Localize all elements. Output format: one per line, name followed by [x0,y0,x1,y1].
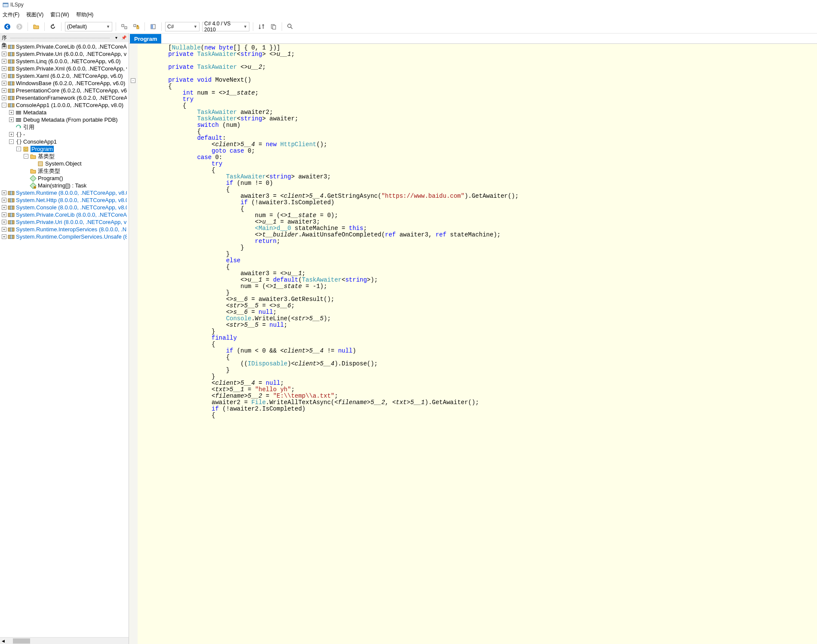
expand-toggle-icon[interactable]: + [9,110,14,115]
expand-toggle-icon[interactable]: + [9,132,14,137]
expand-toggle-icon[interactable]: + [2,198,6,202]
tree-row[interactable]: +System.Private.CoreLib (6.0.0.0, .NETCo… [0,43,129,50]
tree-row[interactable]: +System.Xaml (6.0.2.0, .NETCoreApp, v6.0… [0,72,129,80]
expand-toggle-icon[interactable]: + [2,66,6,71]
tree-row[interactable]: +Metadata [0,109,129,116]
tree-label: Main(string[]) : Task [38,182,86,189]
tree-row[interactable]: +{}- [0,131,129,138]
meth-icon [30,175,37,182]
tree-label: System.Linq (6.0.0.0, .NETCoreApp, v6.0) [16,58,121,64]
tree-row[interactable]: +System.Private.Uri (8.0.0.0, .NETCoreAp… [0,218,129,226]
code-viewer[interactable]: - [Nullable(new byte[] { 0, 1 })] privat… [129,44,817,644]
tree-row[interactable]: +System.Runtime.CompilerServices.Unsafe … [0,233,129,240]
language-combo[interactable]: C#▼ [165,22,200,31]
expand-toggle-icon[interactable]: - [2,103,6,107]
tree-row[interactable]: +Debug Metadata (From portable PDB) [0,116,129,123]
panel-dropdown-icon[interactable]: ▾ [113,35,119,41]
expand-toggle-icon[interactable]: + [2,95,6,100]
svg-rect-5 [125,27,127,29]
expand-toggle-icon[interactable]: - [9,139,14,144]
language-version-combo[interactable]: C# 4.0 / VS 2010▼ [202,22,249,31]
asm-icon [8,219,15,226]
expand-toggle-icon[interactable]: + [2,190,6,195]
sort-button[interactable] [120,22,129,31]
tree-row[interactable]: +System.Private.CoreLib (8.0.0.0, .NETCo… [0,211,129,218]
asm-icon [8,233,15,240]
tree-row[interactable]: Main(string[]) : Task [0,182,129,189]
tree-row[interactable]: +System.Private.Xml (6.0.0.0, .NETCoreAp… [0,65,129,72]
tree-label: Metadata [23,109,46,116]
assembly-list-combo[interactable]: (Default)▼ [65,22,112,31]
expand-toggle-icon[interactable]: + [2,205,6,210]
expand-toggle-icon[interactable]: + [2,59,6,64]
expand-toggle-icon[interactable]: + [9,117,14,122]
tree-label: PresentationCore (6.0.2.0, .NETCoreApp, … [16,87,127,94]
fold-toggle-icon[interactable]: - [131,78,135,83]
tree-row[interactable]: +System.Net.Http (8.0.0.0, .NETCoreApp, … [0,196,129,204]
svg-rect-6 [134,25,136,27]
tab-program[interactable]: Program [130,34,161,43]
svg-rect-41 [16,111,21,112]
asm-icon [8,190,15,196]
menu-view[interactable]: 视图(V) [26,11,43,18]
svg-rect-69 [12,221,14,224]
expand-toggle-icon[interactable]: + [2,81,6,86]
expand-toggle-icon[interactable]: + [2,88,6,93]
tree-row[interactable]: +System.Private.Uri (6.0.0.0, .NETCoreAp… [0,50,129,58]
svg-text:{}: {} [16,132,22,138]
expand-toggle-icon[interactable]: + [2,52,6,56]
tree-hscrollbar[interactable]: ◀ [0,637,129,644]
tree-row[interactable]: -ConsoleApp1 (1.0.0.0, .NETCoreApp, v8.0… [0,101,129,109]
expand-toggle-icon[interactable]: - [16,147,21,151]
search-button[interactable] [286,22,295,31]
code-text[interactable]: [Nullable(new byte[] { 0, 1 })] private … [138,44,817,644]
tree-row[interactable]: +PresentationCore (6.0.2.0, .NETCoreApp,… [0,87,129,94]
copy-button[interactable] [269,22,278,31]
expand-toggle-icon[interactable]: + [2,227,6,232]
tree-row[interactable]: System.Object [0,160,129,167]
tree-row[interactable]: +WindowsBase (6.0.2.0, .NETCoreApp, v6.0… [0,80,129,87]
tree-row[interactable]: +System.Console (8.0.0.0, .NETCoreApp, v… [0,204,129,211]
tree-row[interactable]: +PresentationFramework (6.0.2.0, .NETCor… [0,94,129,101]
tree-label: 派生类型 [38,167,60,175]
menu-file[interactable]: 文件(F) [3,11,19,18]
separator [161,22,162,31]
refresh-button[interactable] [48,22,58,31]
tree-row[interactable]: +System.Linq (6.0.0.0, .NETCoreApp, v6.0… [0,58,129,65]
separator [282,22,282,31]
meta-icon [15,109,22,116]
tree-row[interactable]: 派生类型 [0,167,129,175]
tree-label: WindowsBase (6.0.2.0, .NETCoreApp, v6.0) [16,80,125,86]
tree-row[interactable]: +System.Runtime (8.0.0.0, .NETCoreApp, v… [0,189,129,196]
svg-rect-1 [3,3,8,4]
tree-row[interactable]: 引用 [0,123,129,131]
expand-toggle-icon[interactable]: + [2,220,6,224]
expand-toggle-icon[interactable]: + [2,234,6,239]
tree-label: System.Console (8.0.0.0, .NETCoreApp, v8… [16,204,127,211]
tree-row[interactable]: -基类型 [0,153,129,160]
sort-tree-button[interactable] [257,22,266,31]
tree-label: System.Runtime.CompilerServices.Unsafe (… [16,233,127,240]
privacy-button[interactable] [132,22,141,31]
tree-row[interactable]: -{}ConsoleApp1 [0,138,129,145]
menu-window[interactable]: 窗口(W) [50,11,69,18]
svg-rect-46 [16,121,21,122]
tree-row[interactable]: +System.Runtime.InteropServices (8.0.0.0… [0,226,129,233]
tab-bar: Program [129,34,817,44]
open-button[interactable] [31,22,41,31]
forward-button[interactable] [15,22,24,31]
toggle-button[interactable] [148,22,158,31]
expand-toggle-icon[interactable]: + [2,74,6,78]
expand-toggle-icon[interactable]: + [2,212,6,217]
svg-rect-12 [273,25,276,29]
menu-help[interactable]: 帮助(H) [76,11,94,18]
tree-label: System.Object [45,160,82,167]
back-button[interactable] [3,22,12,31]
svg-rect-43 [16,113,21,114]
panel-pin-icon[interactable]: 📌 [121,35,127,41]
tree-row[interactable]: -CProgram [0,145,129,153]
tree-row[interactable]: Program() [0,175,129,182]
asm-icon [8,204,15,211]
expand-toggle-icon[interactable]: - [24,154,28,159]
assembly-tree[interactable]: +System.Private.CoreLib (6.0.0.0, .NETCo… [0,42,129,637]
